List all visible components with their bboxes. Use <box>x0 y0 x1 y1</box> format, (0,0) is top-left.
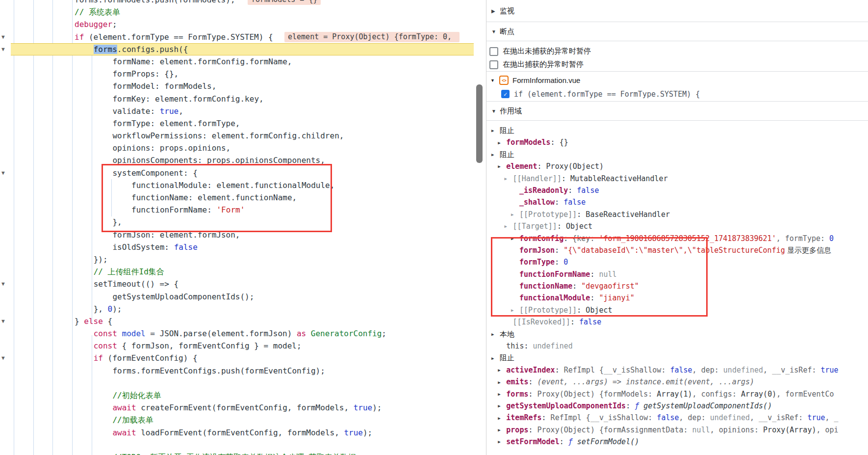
scope-variable-row[interactable]: ▶getSystemUploadComponentIds: ƒ getSyste… <box>486 400 868 412</box>
code-line[interactable]: formKey: element.formConfig.key, <box>0 93 474 105</box>
expand-icon[interactable]: ▶ <box>505 220 513 232</box>
code-text: formType: element.formType, <box>0 117 240 130</box>
scope-variable-row[interactable]: _isReadonly: false <box>486 185 868 196</box>
expand-icon[interactable]: ▶ <box>498 376 506 388</box>
scope-separator: : <box>542 413 551 422</box>
panel-divider[interactable] <box>486 0 486 455</box>
code-line[interactable]: formProps: {}, <box>0 68 474 80</box>
code-line[interactable]: isOldSystem: false <box>0 241 474 253</box>
scope-variable-row[interactable]: ▶[[Target]]: Object <box>486 220 868 232</box>
code-line[interactable]: opinions: props.opinions, <box>0 142 474 154</box>
code-line[interactable]: ▼if (element.formType == FormType.SYSTEM… <box>0 31 474 43</box>
scope-variable-row[interactable]: ▶props: Proxy(Object) {formAssignmentDat… <box>486 424 868 436</box>
code-line[interactable]: ▼forms.configs.push({ <box>0 43 474 55</box>
scope-variable-row[interactable]: ▶emits: (event, ...args) => instance.emi… <box>486 376 868 388</box>
scope-variable-row[interactable]: ▶[[Handler]]: MutableReactiveHandler <box>486 173 868 185</box>
scope-section-header[interactable]: ▼ 作用域 <box>486 102 868 121</box>
breakpoints-section-header[interactable]: ▼ 断点 <box>486 22 868 41</box>
scope-variable-row[interactable]: ▶element: Proxy(Object) <box>486 161 868 172</box>
breakpoint-entry-row[interactable]: ✓ if (element.formType == FormType.SYSTE… <box>486 87 868 101</box>
expand-icon[interactable]: ▶ <box>498 400 506 412</box>
code-line[interactable]: getSystemUploadComponentIds(); <box>0 291 474 303</box>
code-line[interactable]: //TODO: 暂不放开 工作流没有获取表单数据这个步骤 获取表单数据 <box>0 451 474 455</box>
pause-uncaught-exceptions-row[interactable]: 在抛出未捕获的异常时暂停 <box>489 45 868 58</box>
expand-icon[interactable]: ▶ <box>491 352 500 364</box>
expand-icon[interactable]: ▶ <box>498 364 506 376</box>
scope-variable-row[interactable]: ▶setFormModel: ƒ setFormModel() <box>486 436 868 448</box>
vertical-scrollbar-thumb[interactable] <box>476 84 483 163</box>
code-line[interactable]: formType: element.formType, <box>0 117 474 130</box>
expand-icon[interactable]: ▶ <box>498 161 506 172</box>
code-text: formModel: formModels, <box>0 80 216 92</box>
code-line[interactable] <box>0 439 474 451</box>
scope-group-row[interactable]: ▶本地 <box>486 328 868 340</box>
expand-icon[interactable]: ▶ <box>498 436 506 448</box>
code-text: await loadFormEvent(formEventConfig, for… <box>0 427 372 439</box>
expand-icon[interactable]: ▶ <box>498 137 506 149</box>
chevron-down-icon[interactable]: ▼ <box>491 108 500 114</box>
show-more-link[interactable]: 显示更多信息 <box>785 246 831 254</box>
checkbox-checked-icon[interactable]: ✓ <box>501 90 510 98</box>
code-line[interactable]: debugger; <box>0 18 474 30</box>
scope-group-row[interactable]: ▶阻止 <box>486 352 868 364</box>
scope-group-row[interactable]: ▶阻止 <box>486 149 868 161</box>
scope-variable-row[interactable]: ▶activeIndex: RefImpl {__v_isShallow: fa… <box>486 364 868 376</box>
scope-variable-row[interactable]: ▶[[Prototype]]: BaseReactiveHandler <box>486 209 868 220</box>
pause-caught-exceptions-row[interactable]: 在抛出捕获的异常时暂停 <box>489 58 868 71</box>
scope-variable-value: undefined <box>723 366 763 375</box>
scope-variable-name: [[IsRevoked]] <box>513 318 570 326</box>
scope-variable-row[interactable]: _shallow: false <box>486 196 868 208</box>
scope-variable-row[interactable]: ▶itemRefs: RefImpl {__v_isShallow: false… <box>486 412 868 424</box>
code-line[interactable]: forms.formModels.push(formModels);formMo… <box>0 0 474 6</box>
code-text: await createFormEvent(formEventConfig, f… <box>0 401 382 414</box>
expand-icon[interactable]: ▶ <box>498 424 506 436</box>
expand-icon[interactable]: ▶ <box>491 125 500 136</box>
code-line[interactable]: formName: element.formConfig.formName, <box>0 55 474 68</box>
expand-icon[interactable]: ▶ <box>491 149 500 161</box>
scope-variable-row[interactable]: [[IsRevoked]]: false <box>486 316 868 328</box>
breakpoint-file-row[interactable]: ▼ <> FormInformation.vue <box>486 73 868 87</box>
chevron-down-icon[interactable]: ▼ <box>490 78 499 83</box>
code-line[interactable]: ▼} else { <box>0 315 474 327</box>
code-text: //加载表单 <box>0 414 153 426</box>
scope-variable-row[interactable]: ▶formModels: {} <box>486 136 868 148</box>
watch-section-header[interactable]: ▶ 监视 <box>486 0 868 22</box>
code-line[interactable] <box>0 377 474 389</box>
code-line[interactable]: ▼if (formEventConfig) { <box>0 352 474 364</box>
chevron-down-icon[interactable]: ▼ <box>491 29 500 34</box>
code-line[interactable]: ▼setTimeout(() => { <box>0 278 474 290</box>
expand-icon[interactable]: ▶ <box>498 412 506 424</box>
scope-variable-name: activeIndex <box>506 366 555 375</box>
expand-icon[interactable]: ▶ <box>511 209 519 220</box>
scope-variable-row[interactable]: ▶forms: Proxy(Object) {formModels: Array… <box>486 388 868 400</box>
code-line[interactable]: }); <box>0 253 474 266</box>
code-line[interactable]: validate: true, <box>0 105 474 117</box>
scope-variable-row[interactable]: this: undefined <box>486 340 868 352</box>
expand-icon[interactable]: ▶ <box>498 388 506 400</box>
code-line[interactable]: const model = JSON.parse(element.formJso… <box>0 327 474 340</box>
chevron-right-icon[interactable]: ▶ <box>491 8 500 14</box>
code-line[interactable]: await loadFormEvent(formEventConfig, for… <box>0 427 474 439</box>
checkbox-unchecked-icon[interactable] <box>489 47 498 56</box>
code-line[interactable]: // 系统表单 <box>0 6 474 18</box>
scope-group-label: 阻止 <box>500 150 514 159</box>
scope-variable-value: false <box>670 366 692 375</box>
scope-group-row[interactable]: ▶阻止 <box>486 125 868 136</box>
code-line[interactable]: // 上传组件Id集合 <box>0 266 474 278</box>
expand-icon[interactable]: ▶ <box>491 328 500 340</box>
code-line[interactable]: const { formJson, formEventConfig } = mo… <box>0 340 474 352</box>
code-line[interactable]: workflowPermissions: element.formConfig.… <box>0 130 474 142</box>
code-line[interactable]: forms.formEventConfigs.push(formEventCon… <box>0 365 474 377</box>
code-line[interactable]: //加载表单 <box>0 414 474 426</box>
inline-eval-hint: element = Proxy(Object) {formType: 0, <box>284 32 460 42</box>
expand-icon[interactable]: ▶ <box>505 173 513 185</box>
debugger-sidebar: ▶ 监视 ▼ 断点 在抛出未捕获的异常时暂停 在抛出捕获的异常时暂停 ▼ <> … <box>486 0 868 455</box>
scope-group-label: 本地 <box>500 330 514 338</box>
checkbox-unchecked-icon[interactable] <box>489 60 498 69</box>
code-line[interactable]: formModel: formModels, <box>0 80 474 92</box>
code-line[interactable]: }, 0); <box>0 303 474 315</box>
code-line[interactable]: //初始化表单 <box>0 389 474 401</box>
scope-variable-value: , configs: <box>692 390 741 399</box>
code-line[interactable]: await createFormEvent(formEventConfig, f… <box>0 401 474 414</box>
scope-separator: : <box>570 318 579 326</box>
